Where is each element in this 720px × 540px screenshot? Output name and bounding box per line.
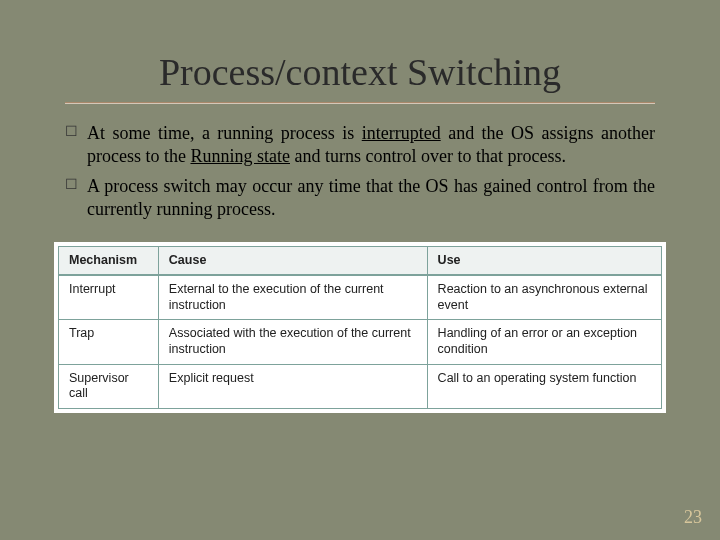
table-header-row: Mechanism Cause Use (59, 246, 662, 275)
bullet-underline: interrupted (362, 123, 441, 143)
bullet-text: A process switch may occur any time that… (87, 176, 655, 219)
bullet-item: At some time, a running process is inter… (65, 122, 655, 169)
table-cell: External to the execution of the current… (158, 275, 427, 320)
bullet-list: At some time, a running process is inter… (65, 122, 655, 222)
bullet-underline: Running state (190, 146, 290, 166)
bullet-item: A process switch may occur any time that… (65, 175, 655, 222)
table-row: Interrupt External to the execution of t… (59, 275, 662, 320)
table-cell: Call to an operating system function (427, 364, 661, 408)
table-header-cell: Use (427, 246, 661, 275)
table-cell: Trap (59, 320, 159, 364)
table-cell: Reaction to an asynchronous external eve… (427, 275, 661, 320)
slide: Process/context Switching At some time, … (0, 0, 720, 540)
bullet-text: At some time, a running process is (87, 123, 362, 143)
mechanism-table: Mechanism Cause Use Interrupt External t… (58, 246, 662, 409)
slide-title: Process/context Switching (50, 50, 670, 94)
mechanism-table-wrap: Mechanism Cause Use Interrupt External t… (54, 242, 666, 413)
table-header-cell: Mechanism (59, 246, 159, 275)
table-cell: Interrupt (59, 275, 159, 320)
table-row: Trap Associated with the execution of th… (59, 320, 662, 364)
page-number: 23 (684, 507, 702, 528)
bullet-text: and turns control over to that process. (290, 146, 566, 166)
table-row: Supervisor call Explicit request Call to… (59, 364, 662, 408)
title-divider (65, 102, 655, 104)
table-cell: Handling of an error or an exception con… (427, 320, 661, 364)
table-header-cell: Cause (158, 246, 427, 275)
table-cell: Supervisor call (59, 364, 159, 408)
table-cell: Explicit request (158, 364, 427, 408)
table-cell: Associated with the execution of the cur… (158, 320, 427, 364)
